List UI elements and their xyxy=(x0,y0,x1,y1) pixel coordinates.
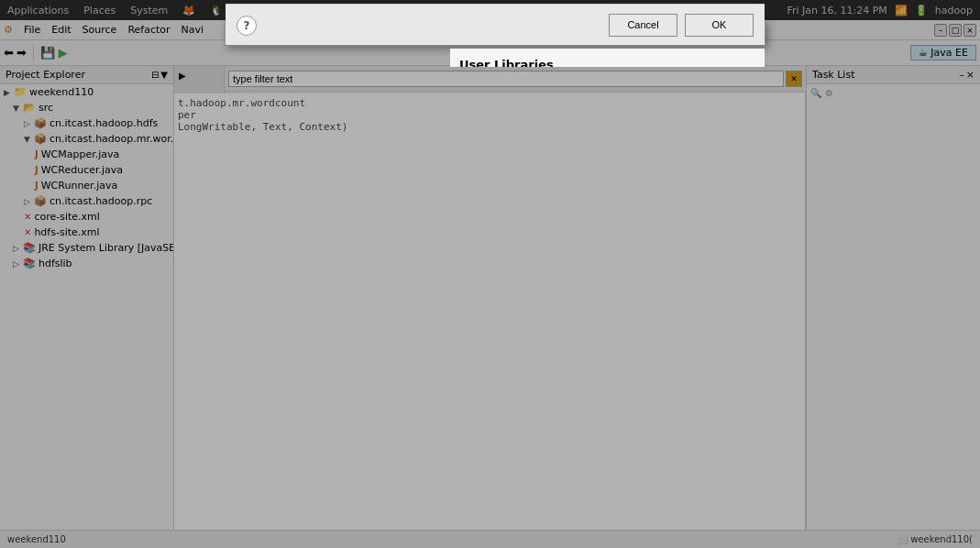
dialog-bottom-bar: ? Cancel OK xyxy=(226,4,765,45)
help-button[interactable]: ? xyxy=(237,16,257,36)
cancel-button[interactable]: Cancel xyxy=(609,14,677,37)
pref-section-title: User Libraries xyxy=(459,58,755,67)
pref-content-area: User Libraries User libraries can be add… xyxy=(450,49,765,67)
modal-overlay xyxy=(0,0,980,548)
preferences-dialog: ⚙ Preferences (Filtered) × ▼ ▷ Java ▷ Bu… xyxy=(225,20,765,46)
ok-button[interactable]: OK xyxy=(685,14,754,37)
